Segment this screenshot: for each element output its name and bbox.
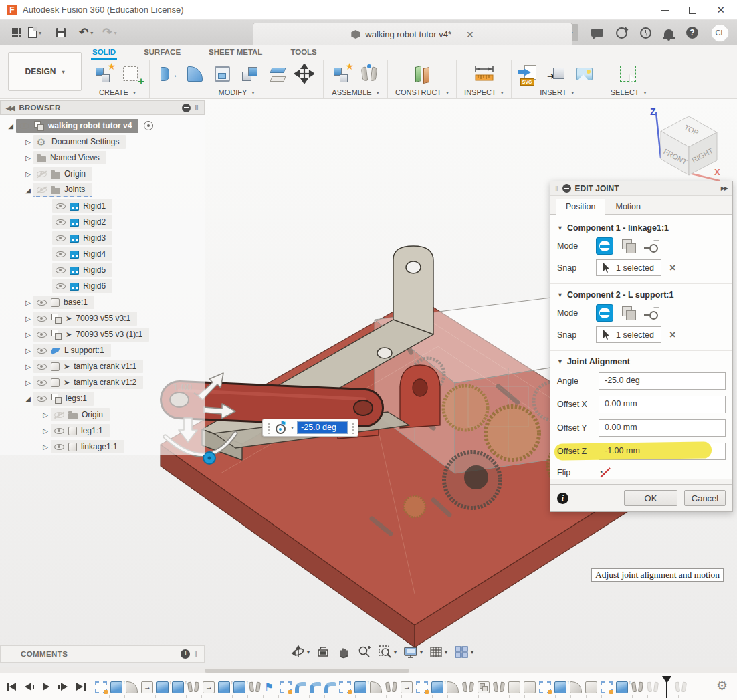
insert-canvas-icon[interactable] <box>574 64 595 85</box>
timeline-feature-sketch[interactable] <box>539 681 551 693</box>
browser-item-named-views[interactable]: ▷Named Views <box>0 150 205 166</box>
drag-grip-icon[interactable] <box>267 422 271 434</box>
timeline-feature-joint[interactable] <box>385 681 397 693</box>
extensions-icon[interactable] <box>616 27 627 39</box>
dialog-expand-icon[interactable]: ▶▶ <box>721 185 728 191</box>
comment-icon[interactable] <box>591 29 603 37</box>
expander-icon[interactable]: ▷ <box>40 411 51 419</box>
display-settings-button[interactable]: ▾ <box>401 643 425 661</box>
expander-icon[interactable]: ▷ <box>23 299 33 306</box>
browser-item-origin[interactable]: ▷Origin <box>0 406 205 423</box>
joint-type-icon[interactable] <box>274 422 286 434</box>
browser-item-rigid6[interactable]: Rigid6 <box>0 278 205 294</box>
visibility-eye-icon[interactable] <box>37 187 47 193</box>
timeline-feature-body[interactable] <box>524 681 536 693</box>
play-button[interactable] <box>43 683 49 691</box>
timeline-feature-fillet[interactable] <box>447 681 459 693</box>
browser-item-l-support-1[interactable]: ▷L support:1 <box>0 342 205 358</box>
visibility-eye-icon[interactable] <box>56 219 66 225</box>
offset-x-input[interactable]: 0.00 mm <box>599 396 726 413</box>
timeline-feature-extrude[interactable] <box>233 681 245 693</box>
timeline-feature-sketch[interactable] <box>339 681 351 693</box>
workspace-switcher[interactable]: DESIGN▾ <box>8 52 82 91</box>
visibility-eye-icon[interactable] <box>37 300 47 306</box>
browser-item-origin[interactable]: ▷Origin <box>0 166 205 182</box>
timeline-feature-insert[interactable] <box>141 681 153 693</box>
go-to-end-button[interactable] <box>76 683 86 691</box>
insert-derive-icon[interactable] <box>546 64 568 85</box>
browser-item-linkage1-1[interactable]: ▷linkage1:1 <box>0 439 205 455</box>
flip-icon[interactable]: ↔ <box>599 466 612 479</box>
visibility-eye-icon[interactable] <box>56 267 66 273</box>
zoom-button[interactable] <box>355 643 374 661</box>
combine-icon[interactable] <box>239 64 261 85</box>
timeline-feature-fillet[interactable] <box>126 681 138 693</box>
expander-icon[interactable]: ▷ <box>23 379 33 386</box>
timeline-feature-joint[interactable] <box>493 681 505 693</box>
user-avatar[interactable]: CL <box>711 24 729 42</box>
view-cube[interactable]: Z X TOP FRONT RIGHT <box>645 106 732 186</box>
expander-icon[interactable]: ▷ <box>23 138 33 146</box>
timeline-feature-extrude[interactable] <box>354 681 366 693</box>
chevron-down-icon[interactable]: ▾ <box>291 425 294 431</box>
timeline-feature-joint[interactable] <box>647 681 659 693</box>
timeline-feature-insert[interactable] <box>203 681 215 693</box>
cancel-button[interactable]: Cancel <box>684 490 726 506</box>
expander-icon[interactable]: ▷ <box>23 315 33 322</box>
expander-icon[interactable]: ◢ <box>23 395 33 402</box>
select-menu-button[interactable]: SELECT▾ <box>611 88 647 98</box>
mode-simple-icon[interactable] <box>596 237 613 255</box>
browser-item-rigid4[interactable]: Rigid4 <box>0 246 205 262</box>
timeline-feature-bend[interactable] <box>310 682 321 693</box>
expander-icon[interactable]: ▷ <box>40 443 51 451</box>
assemble-menu-button[interactable]: ASSEMBLE▾ <box>332 88 379 98</box>
construct-menu-button[interactable]: CONSTRUCT▾ <box>395 88 449 98</box>
offset-y-input[interactable]: 0.00 mm <box>599 419 726 437</box>
timeline-feature-sketch[interactable] <box>416 681 428 693</box>
dialog-minus-icon[interactable] <box>562 184 571 193</box>
expander-icon[interactable]: ◢ <box>5 122 16 130</box>
construction-plane-icon[interactable] <box>411 64 433 85</box>
mode-between-faces-icon[interactable] <box>621 239 636 253</box>
timeline-feature-bend[interactable] <box>324 682 336 693</box>
info-icon[interactable]: i <box>557 493 568 504</box>
activate-component-radio[interactable] <box>144 121 153 130</box>
create-menu-button[interactable]: CREATE▾ <box>99 88 136 98</box>
add-comment-icon[interactable]: + <box>181 649 190 659</box>
go-to-start-button[interactable] <box>7 683 16 691</box>
move-copy-icon[interactable] <box>294 64 316 85</box>
redo-button[interactable]: ↷▾ <box>102 28 116 37</box>
grid-settings-button[interactable]: ▾ <box>427 643 449 661</box>
mode-joint-origin-icon[interactable] <box>644 306 659 320</box>
document-tab-close-icon[interactable]: ✕ <box>466 29 474 40</box>
timeline-feature-component[interactable] <box>478 681 490 693</box>
browser-item-walking-robot-tutor-v4[interactable]: ◢walking robot tutor v4 <box>0 118 205 134</box>
expander-icon[interactable]: ▷ <box>23 363 33 370</box>
visibility-eye-icon[interactable] <box>56 203 66 209</box>
visibility-eye-icon[interactable] <box>19 123 29 129</box>
viewports-button[interactable]: ▾ <box>451 643 476 661</box>
new-component-icon[interactable]: ★ <box>93 64 114 85</box>
orbit-button[interactable]: ▾ <box>289 643 312 661</box>
tab-surface[interactable]: SURFACE <box>142 47 182 60</box>
tab-motion[interactable]: Motion <box>605 199 651 215</box>
clear-selection-icon[interactable]: × <box>669 329 675 341</box>
visibility-eye-icon[interactable] <box>37 396 47 402</box>
expander-icon[interactable]: ▷ <box>23 170 33 178</box>
angle-input[interactable]: -25.0 deg <box>599 372 726 390</box>
snap-selection-button[interactable]: 1 selected <box>596 259 661 276</box>
timeline-feature-fillet[interactable] <box>370 681 382 693</box>
expander-icon[interactable]: ▷ <box>40 427 51 435</box>
angle-input[interactable]: -25.0 deg <box>297 421 348 434</box>
visibility-eye-icon[interactable] <box>37 364 47 370</box>
insert-menu-button[interactable]: INSERT▾ <box>540 88 574 98</box>
notifications-icon[interactable] <box>664 29 673 37</box>
comments-bar[interactable]: COMMENTS + ‖ <box>0 645 205 663</box>
select-icon[interactable] <box>618 64 639 85</box>
insert-svg-icon[interactable]: SVG <box>519 64 540 85</box>
timeline-feature-body[interactable] <box>585 681 597 693</box>
section-component2[interactable]: ▼Component 2 - L support:1 <box>557 290 726 300</box>
look-at-button[interactable] <box>314 643 332 661</box>
visibility-eye-icon[interactable] <box>56 235 66 241</box>
visibility-eye-icon[interactable] <box>56 283 66 289</box>
